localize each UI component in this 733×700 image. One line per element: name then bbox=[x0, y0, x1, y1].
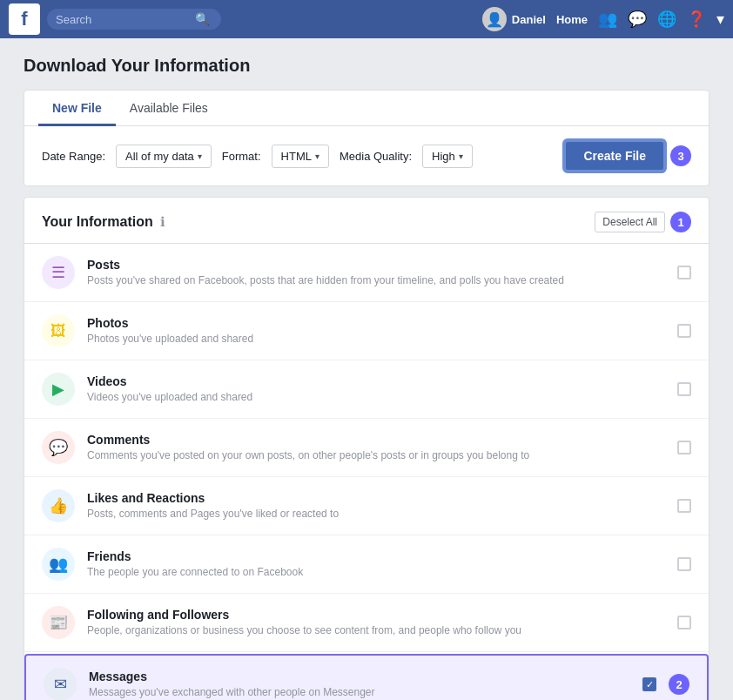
item-icon-photos: 🖼 bbox=[42, 314, 75, 347]
data-items-list: ☰ Posts Posts you've shared on Facebook,… bbox=[24, 244, 709, 700]
info-card: Your Information ℹ Deselect All 1 ☰ Post… bbox=[24, 197, 709, 700]
item-checkbox-messages[interactable]: ✓ bbox=[642, 677, 656, 691]
date-range-value: All of my data bbox=[125, 150, 194, 163]
annotation-badge-2: 2 bbox=[669, 674, 689, 695]
item-icon-messages: ✉ bbox=[44, 668, 77, 700]
item-title-friends: Friends bbox=[87, 549, 665, 563]
quality-value: High bbox=[432, 150, 455, 163]
main-card: New File Available Files Date Range: All… bbox=[24, 90, 709, 186]
item-content-friends: Friends The people you are connected to … bbox=[87, 549, 665, 580]
data-item-following: 📰 Following and Followers People, organi… bbox=[24, 594, 709, 652]
data-item-photos: 🖼 Photos Photos you've uploaded and shar… bbox=[24, 302, 709, 360]
avatar: 👤 bbox=[482, 7, 507, 31]
info-header-left: Your Information ℹ bbox=[42, 214, 165, 230]
dropdown-icon[interactable]: ▾ bbox=[716, 10, 724, 29]
data-item-videos: ▶ Videos Videos you've uploaded and shar… bbox=[24, 360, 709, 419]
item-content-posts: Posts Posts you've shared on Facebook, p… bbox=[87, 258, 665, 288]
search-icon: 🔍 bbox=[195, 12, 210, 26]
data-item-friends: 👥 Friends The people you are connected t… bbox=[24, 535, 709, 594]
info-section-title: Your Information bbox=[42, 214, 153, 230]
item-content-comments: Comments Comments you've posted on your … bbox=[87, 433, 665, 463]
item-checkbox-posts[interactable] bbox=[677, 266, 691, 279]
item-icon-likes: 👍 bbox=[42, 489, 75, 522]
format-value: HTML bbox=[281, 150, 312, 163]
deselect-all-button[interactable]: Deselect All bbox=[595, 212, 665, 232]
item-icon-posts: ☰ bbox=[42, 256, 75, 289]
date-range-arrow: ▾ bbox=[198, 151, 202, 161]
page-container: Download Your Information New File Avail… bbox=[10, 38, 723, 700]
quality-label: Media Quality: bbox=[340, 150, 412, 163]
data-item-posts: ☰ Posts Posts you've shared on Facebook,… bbox=[24, 244, 709, 302]
item-checkbox-comments[interactable] bbox=[677, 441, 691, 454]
item-checkbox-following[interactable] bbox=[677, 616, 691, 629]
globe-icon[interactable]: 🌐 bbox=[657, 10, 676, 29]
item-desc-likes: Posts, comments and Pages you've liked o… bbox=[87, 507, 665, 522]
messenger-icon[interactable]: 💬 bbox=[628, 10, 647, 29]
help-icon[interactable]: ❓ bbox=[687, 10, 706, 29]
item-content-following: Following and Followers People, organiza… bbox=[87, 608, 665, 638]
format-label: Format: bbox=[222, 150, 261, 163]
data-item-comments: 💬 Comments Comments you've posted on you… bbox=[24, 419, 709, 477]
item-icon-following: 📰 bbox=[42, 606, 75, 639]
item-title-videos: Videos bbox=[87, 374, 665, 388]
page-title: Download Your Information bbox=[24, 56, 709, 76]
item-content-photos: Photos Photos you've uploaded and shared bbox=[87, 316, 665, 347]
item-desc-videos: Videos you've uploaded and shared bbox=[87, 390, 665, 405]
tab-new-file[interactable]: New File bbox=[38, 91, 116, 126]
tab-available-files[interactable]: Available Files bbox=[116, 91, 222, 126]
user-name: Daniel bbox=[512, 13, 546, 26]
item-checkbox-friends[interactable] bbox=[677, 557, 691, 571]
item-checkbox-photos[interactable] bbox=[677, 324, 691, 338]
item-desc-posts: Posts you've shared on Facebook, posts t… bbox=[87, 273, 665, 288]
item-desc-friends: The people you are connected to on Faceb… bbox=[87, 565, 665, 580]
item-content-videos: Videos Videos you've uploaded and shared bbox=[87, 374, 665, 405]
quality-dropdown[interactable]: High ▾ bbox=[422, 145, 473, 168]
item-checkbox-likes[interactable] bbox=[677, 499, 691, 513]
item-icon-videos: ▶ bbox=[42, 373, 75, 406]
info-header: Your Information ℹ Deselect All 1 bbox=[24, 198, 709, 244]
quality-arrow: ▾ bbox=[459, 151, 463, 161]
top-navigation: f 🔍 👤 Daniel Home 👥 💬 🌐 ❓ ▾ bbox=[0, 0, 733, 38]
info-tooltip-icon[interactable]: ℹ bbox=[160, 214, 165, 230]
item-title-posts: Posts bbox=[87, 258, 665, 272]
item-icon-comments: 💬 bbox=[42, 431, 75, 464]
item-desc-messages: Messages you've exchanged with other peo… bbox=[89, 685, 630, 700]
create-file-button[interactable]: Create File bbox=[564, 140, 665, 172]
item-title-comments: Comments bbox=[87, 433, 665, 447]
facebook-logo: f bbox=[9, 3, 40, 35]
format-arrow: ▾ bbox=[315, 151, 319, 161]
annotation-badge-1: 1 bbox=[670, 212, 691, 232]
home-link[interactable]: Home bbox=[556, 13, 588, 26]
item-icon-friends: 👥 bbox=[42, 548, 75, 581]
filter-bar: Date Range: All of my data ▾ Format: HTM… bbox=[24, 126, 709, 185]
search-bar[interactable]: 🔍 bbox=[47, 9, 221, 30]
item-desc-following: People, organizations or business you ch… bbox=[87, 623, 665, 638]
item-checkbox-videos[interactable] bbox=[677, 382, 691, 396]
item-title-following: Following and Followers bbox=[87, 608, 665, 622]
item-desc-photos: Photos you've uploaded and shared bbox=[87, 332, 665, 347]
data-item-likes: 👍 Likes and Reactions Posts, comments an… bbox=[24, 477, 709, 535]
format-dropdown[interactable]: HTML ▾ bbox=[272, 145, 329, 168]
item-title-photos: Photos bbox=[87, 316, 665, 330]
date-range-label: Date Range: bbox=[42, 150, 105, 163]
item-desc-comments: Comments you've posted on your own posts… bbox=[87, 448, 665, 463]
tabs-bar: New File Available Files bbox=[24, 91, 709, 126]
item-title-likes: Likes and Reactions bbox=[87, 491, 665, 505]
item-content-likes: Likes and Reactions Posts, comments and … bbox=[87, 491, 665, 522]
search-input[interactable] bbox=[56, 13, 195, 26]
annotation-badge-3: 3 bbox=[670, 145, 691, 166]
friends-icon[interactable]: 👥 bbox=[598, 10, 617, 29]
data-item-messages: ✉ Messages Messages you've exchanged wit… bbox=[24, 654, 709, 700]
item-title-messages: Messages bbox=[89, 670, 630, 683]
date-range-dropdown[interactable]: All of my data ▾ bbox=[116, 145, 212, 168]
nav-user: 👤 Daniel bbox=[482, 7, 546, 31]
nav-right-section: 👤 Daniel Home 👥 💬 🌐 ❓ ▾ bbox=[482, 7, 724, 31]
item-content-messages: Messages Messages you've exchanged with … bbox=[89, 670, 630, 700]
